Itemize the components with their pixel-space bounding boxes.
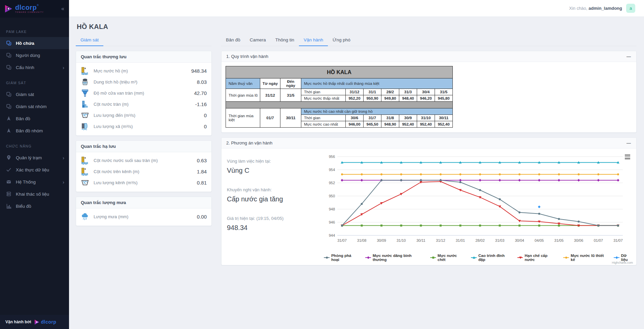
metric-value: 0: [204, 112, 207, 118]
sidebar-section-label: CHỨC NĂNG: [0, 137, 69, 152]
metric-value: 0.00: [197, 214, 207, 220]
tab-van-hanh[interactable]: Vận hành: [299, 35, 328, 46]
legend-item-muc-nuoc-chet[interactable]: Mực nước chết: [430, 254, 464, 262]
sidebar-item-cau-hinh[interactable]: Cấu hình›: [0, 61, 69, 73]
highcharts-credit[interactable]: Highcharts.com: [612, 261, 633, 264]
metric-row-luu-luong-xa-m-s-: Lưu lượng xả (m³/s)0: [81, 121, 207, 132]
brand-tagline: TOWARD COMMUNITY: [15, 11, 44, 13]
svg-text:952: 952: [329, 181, 335, 185]
sidebar-item-label: Giám sát nhóm: [16, 104, 64, 109]
panel1-title: 1. Quy trình vận hành: [226, 54, 268, 59]
collapse-panel2-button[interactable]: —: [626, 141, 632, 145]
sidebar-item-khai-thac-so-lieu[interactable]: Khai thác số liệu: [0, 188, 69, 200]
legend-item-phong-pha-hoai[interactable]: Phòng phá hoại: [324, 254, 359, 262]
flood-season-header: Mực nước hồ thấp nhất cuối tháng mùa kiệ…: [301, 78, 453, 89]
legend-item-cao-trinh-inh-ap[interactable]: Cao trình đỉnh đập: [471, 254, 511, 262]
sidebar-item-he-thong[interactable]: Hệ Thống›: [0, 176, 69, 188]
metric-value: 948.34: [191, 68, 207, 74]
sidebar-item-label: Giám sát: [16, 92, 64, 97]
series-han-che-cap-nuoc: [342, 182, 618, 226]
svg-text:31/05: 31/05: [554, 238, 564, 242]
panel2-title: 2. Phương án vận hành: [226, 140, 272, 145]
svg-text:04/05: 04/05: [535, 238, 544, 242]
legend-label: Hạn chế cấp nước: [524, 254, 556, 262]
tab-thong-tin[interactable]: Thông tin: [271, 35, 299, 46]
sidebar-item-bieu-o[interactable]: Biểu đồ: [0, 200, 69, 212]
chevron-right-icon: ›: [63, 179, 64, 185]
detail-column: Bản đồCameraThông tinVận hànhỨng phó 1. …: [221, 35, 637, 270]
tab-ung-pho[interactable]: Ứng phó: [328, 35, 355, 46]
sidebar-item-giam-sat-nhom[interactable]: Giám sát nhóm: [0, 100, 69, 112]
card-body: Cột nước nước suối sau tràn (m)0.63Cột n…: [76, 152, 211, 192]
legend-label: Mực nước dâng bình thường: [373, 254, 423, 262]
card-title: Quan trắc thượng lưu: [76, 51, 211, 63]
flood-level-label: Mực nước thấp nhất: [301, 95, 346, 102]
stack-icon: [6, 40, 11, 46]
sidebar-item-quan-ly-tram[interactable]: Quản lý trạm›: [0, 152, 69, 164]
sidebar-nav: PAM LAKEHồ chứaNgười dùngCấu hình›GIÁM S…: [0, 18, 69, 212]
legend-item-han-che-cap-nuoc[interactable]: Hạn chế cấp nước: [517, 254, 557, 262]
sidebar-item-ban-o-nhom[interactable]: Bản đồ nhóm: [0, 125, 69, 137]
metric-row-o-mo-cua-van-tran-mm-: Độ mở cửa van tràn (mm)42.70: [81, 88, 207, 99]
sidebar-item-nguoi-dung[interactable]: Người dùng: [0, 49, 69, 61]
sidebar-item-xac-thuc-du-lieu[interactable]: Xác thực dữ liệu: [0, 164, 69, 176]
card-title: Quan trắc lượng mưa: [76, 197, 211, 208]
sidebar-section-label: GIÁM SÁT: [0, 73, 69, 88]
tab-ban-o[interactable]: Bản đồ: [221, 35, 245, 46]
metric-row-muc-nuoc-ho-m-: Mực nước hồ (m)948.34: [81, 65, 207, 76]
brand-play-icon: [34, 319, 40, 325]
flood-level: 949,80: [381, 95, 399, 102]
metric-row-luu-luong-en-m-s-: Lưu lượng đến (m³/s)0: [81, 110, 207, 121]
stack-icon: [6, 104, 11, 109]
sidebar-item-label: Hồ chứa: [16, 41, 64, 46]
dry-level: 946,00: [346, 121, 364, 128]
legend-item-muc-nuoc-dang-binh-thuong[interactable]: Mực nước dâng bình thường: [365, 254, 423, 262]
card-quan-trac-thuong-luu: Quan trắc thượng lưuMực nước hồ (m)948.3…: [76, 51, 212, 136]
svg-text:944: 944: [329, 233, 335, 237]
legend-label: Mực nước lũ thiết kế: [571, 254, 607, 262]
svg-text:01/07: 01/07: [594, 238, 603, 242]
sidebar-footer: Vận hành bởi dlcorp: [0, 315, 69, 329]
water-level-chart: 94494694895095295495631/0731/0830/0931/1…: [324, 151, 631, 252]
sidebar-item-ho-chua[interactable]: Hồ chứa: [0, 37, 69, 49]
tab-camera[interactable]: Camera: [245, 35, 271, 46]
rain-icon: [81, 212, 89, 221]
header-hydro-year: Năm thuỷ văn: [226, 78, 260, 89]
footer-brand-name: dlcorp: [41, 319, 57, 325]
flood-row-label: Thời gian mùa lũ: [226, 89, 260, 102]
brand-name: dlcorp: [15, 4, 37, 11]
sidebar-collapse-icon[interactable]: «: [61, 6, 64, 12]
legend-item-du-lieu[interactable]: Dữ liệu: [614, 254, 634, 262]
svg-text:31/08: 31/08: [357, 238, 367, 242]
dry-time: 30/11: [435, 115, 453, 121]
metric-value: 0.81: [197, 180, 207, 186]
avatar[interactable]: a: [626, 4, 635, 13]
metric-label: Mực nước hồ (m): [94, 68, 187, 73]
collapse-panel1-button[interactable]: —: [626, 54, 632, 59]
flow-icon: [81, 178, 89, 187]
dry-time: 30/9: [399, 115, 417, 121]
dry-time: 31/10: [417, 115, 435, 121]
svg-text:31/12: 31/12: [436, 238, 445, 242]
flood-time: 31/3: [399, 89, 417, 95]
sidebar-item-ban-o[interactable]: Bản đồ: [0, 112, 69, 125]
sidebar-logo-bar: dlcorp® TOWARD COMMUNITY «: [0, 0, 69, 18]
tab-giam-sat[interactable]: Giám sát: [76, 35, 103, 46]
table-title: HỒ KALA: [226, 66, 453, 78]
sidebar-item-giam-sat[interactable]: Giám sát: [0, 88, 69, 100]
svg-text:31/07: 31/07: [337, 238, 347, 242]
metric-label: Lượng mưa (mm): [94, 214, 193, 219]
dry-level: 952,40: [417, 121, 435, 128]
metric-row-dung-tich-ho-trieu-m-: Dung tích hồ (triệu m³)8.03: [81, 76, 207, 88]
flood-from: 31/12: [260, 89, 280, 102]
chart-icon: [6, 203, 11, 209]
metric-label: Độ mở cửa van tràn (mm): [94, 91, 190, 96]
metric-value: 0.63: [197, 158, 207, 163]
main-content: HỒ KALA Giám sát Quan trắc thượng lưuMực…: [69, 17, 644, 329]
legend-item-muc-nuoc-lu-thiet-ke[interactable]: Mực nước lũ thiết kế: [563, 254, 607, 262]
check-icon: [6, 167, 11, 172]
svg-text:30/06: 30/06: [574, 238, 583, 242]
valve-icon: [81, 89, 89, 97]
brand-registered-mark: ®: [37, 4, 39, 7]
chart-menu-icon[interactable]: [625, 155, 630, 160]
